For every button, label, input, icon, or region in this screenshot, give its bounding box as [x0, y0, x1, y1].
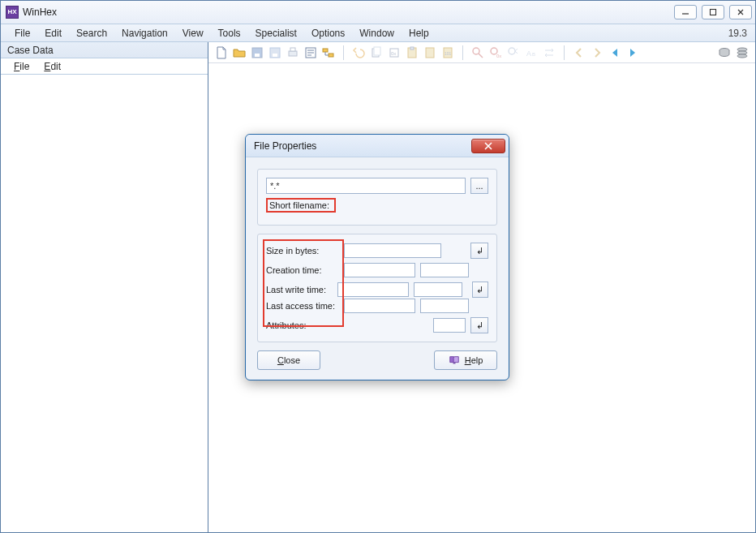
menu-options[interactable]: Options: [304, 26, 352, 41]
svg-rect-1: [711, 10, 716, 15]
svg-rect-16: [410, 47, 414, 49]
maximize-button[interactable]: [702, 5, 724, 19]
version-label: 19.3: [721, 26, 755, 41]
main-window: HX WinHex File Edit Search Navigation Vi…: [0, 0, 756, 533]
svg-line-21: [479, 54, 483, 58]
dialog-button-row: CCloselose HHelpelp: [257, 350, 497, 370]
toolbar: 0x 101 0x AB: [208, 42, 755, 63]
properties-icon[interactable]: [303, 45, 319, 61]
apply-size-button[interactable]: ↲: [470, 243, 488, 259]
folder-tree-icon[interactable]: [320, 45, 337, 61]
window-titlebar: HX WinHex: [1, 1, 755, 24]
clipboard-special1-icon[interactable]: [422, 45, 438, 61]
menu-search[interactable]: Search: [69, 26, 114, 41]
menu-specialist[interactable]: Specialist: [248, 26, 304, 41]
copy-icon[interactable]: [368, 45, 384, 61]
svg-text:101: 101: [445, 51, 452, 56]
svg-rect-10: [329, 54, 333, 57]
menubar: File Edit Search Navigation View Tools S…: [1, 24, 755, 42]
book-icon: [449, 355, 460, 366]
save-copy-icon[interactable]: [267, 45, 283, 61]
replace-icon[interactable]: [541, 45, 557, 61]
toolbar-separator: [343, 45, 344, 60]
creation-time-input[interactable]: [420, 263, 469, 277]
new-file-icon[interactable]: [213, 45, 230, 61]
attributes-input[interactable]: [433, 318, 466, 333]
paste-icon[interactable]: [404, 45, 420, 61]
clipboard-special2-icon[interactable]: 101: [440, 45, 456, 61]
copy-hex-icon[interactable]: 0x: [386, 45, 402, 61]
toolbar-separator: [564, 45, 565, 60]
filename-section: ... Short filename:: [257, 169, 497, 226]
file-properties-dialog: File Properties ... Short: [245, 134, 509, 380]
svg-text:B: B: [532, 52, 535, 57]
svg-rect-9: [323, 49, 328, 52]
menu-file[interactable]: File: [7, 26, 37, 41]
menu-window[interactable]: Window: [352, 26, 402, 41]
nav-forward-icon[interactable]: [589, 45, 605, 61]
lastwrite-label: Last write time:: [266, 285, 333, 294]
case-data-header: Case Data: [1, 42, 208, 58]
svg-rect-3: [255, 54, 260, 57]
creation-label: Creation time:: [266, 265, 339, 275]
svg-rect-6: [289, 51, 297, 56]
size-input[interactable]: [344, 243, 441, 258]
left-pane: Case Data FFileile EEditdit: [1, 42, 208, 532]
apply-attributes-button[interactable]: ↲: [470, 317, 488, 333]
save-icon[interactable]: [249, 45, 265, 61]
svg-point-29: [737, 51, 747, 54]
window-title: WinHex: [23, 6, 57, 18]
print-icon[interactable]: [285, 45, 301, 61]
find-text-icon[interactable]: AB: [523, 45, 539, 61]
menu-view[interactable]: View: [175, 26, 211, 41]
window-controls: [674, 5, 752, 19]
lastaccess-time-input[interactable]: [420, 299, 469, 313]
dialog-body: ... Short filename:: [246, 157, 509, 380]
disks-icon[interactable]: [734, 45, 750, 61]
filename-input[interactable]: [266, 178, 466, 194]
properties-section: Size in bytes: ↲ Creation time:: [257, 234, 497, 342]
dialog-close-button[interactable]: [471, 139, 505, 153]
menu-help[interactable]: Help: [402, 26, 436, 41]
find-again-icon[interactable]: [505, 45, 522, 61]
disk-icon[interactable]: [716, 45, 732, 61]
find-hex-icon[interactable]: 0x: [488, 45, 504, 61]
app-icon: HX: [6, 6, 19, 19]
dialog-help-button[interactable]: HHelpelp: [434, 350, 497, 370]
dialog-close-action-button[interactable]: CCloselose: [257, 350, 320, 370]
find-icon[interactable]: [470, 45, 486, 61]
case-menu-edit[interactable]: EEditdit: [37, 59, 67, 74]
undo-icon[interactable]: [350, 45, 367, 61]
menu-navigation[interactable]: Navigation: [114, 26, 175, 41]
browse-button[interactable]: ...: [470, 178, 488, 194]
lastaccess-date-input[interactable]: [344, 299, 415, 313]
go-left-icon[interactable]: [607, 45, 623, 61]
toolbar-separator: [462, 45, 463, 60]
dialog-titlebar[interactable]: File Properties: [246, 135, 509, 157]
menu-edit[interactable]: Edit: [37, 26, 69, 41]
apply-times-button[interactable]: ↲: [472, 282, 488, 298]
go-right-icon[interactable]: [625, 45, 641, 61]
svg-point-28: [737, 48, 747, 51]
open-icon[interactable]: [231, 45, 247, 61]
case-data-menu: FFileile EEditdit: [1, 58, 208, 75]
svg-text:A: A: [526, 49, 531, 58]
case-menu-file[interactable]: FFileile: [7, 59, 36, 74]
menu-tools[interactable]: Tools: [211, 26, 248, 41]
creation-date-input[interactable]: [344, 263, 415, 277]
svg-rect-5: [273, 54, 277, 57]
svg-point-24: [509, 48, 515, 54]
right-pane: 0x 101 0x AB: [208, 42, 755, 532]
svg-rect-17: [426, 48, 434, 58]
short-filename-label: Short filename:: [269, 200, 329, 210]
svg-point-20: [473, 48, 479, 54]
minimize-button[interactable]: [674, 5, 697, 19]
nav-back-icon[interactable]: [571, 45, 587, 61]
lastwrite-date-input[interactable]: [337, 282, 409, 297]
lastaccess-label: Last access time:: [266, 301, 339, 311]
svg-rect-7: [290, 48, 295, 51]
lastwrite-time-input[interactable]: [414, 282, 462, 297]
close-button[interactable]: [729, 5, 752, 19]
svg-rect-12: [374, 47, 380, 55]
svg-point-30: [737, 54, 747, 58]
